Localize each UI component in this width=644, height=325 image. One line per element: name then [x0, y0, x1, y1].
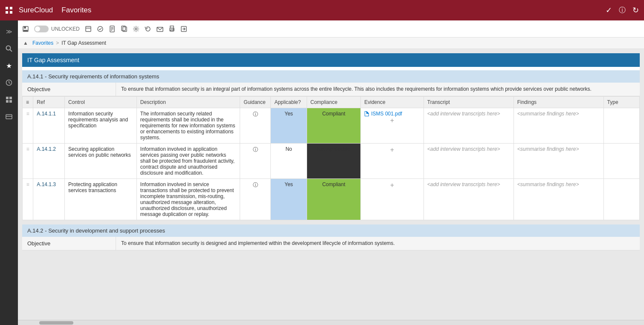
col-ref-header: Ref	[33, 97, 65, 108]
breadcrumb: ▲ Favorites > IT Gap Assessment	[18, 37, 644, 49]
objective-label: Objective	[22, 83, 116, 96]
svg-rect-15	[23, 30, 28, 32]
topbar-actions: ✓ ⓘ ↻	[606, 6, 639, 15]
transcript-cell-a14-1-1[interactable]: <add interview transcripts here>	[424, 108, 513, 144]
email-icon[interactable]	[157, 26, 163, 32]
section-a14-2-header: A.14.2 - Security in development and sup…	[22, 224, 640, 237]
compliance-cell-a14-1-3[interactable]: Compliant	[307, 179, 361, 220]
export-icon[interactable]	[180, 26, 187, 32]
svg-rect-0	[6, 7, 8, 9]
col-compliance-header: Compliance	[307, 97, 361, 108]
transcript-cell-a14-1-3[interactable]: <add interview transcripts here>	[424, 179, 513, 220]
findings-cell-a14-1-3[interactable]: <summarise findings here>	[513, 179, 603, 220]
controls-table-a14-1: ≡ Ref Control Description Guidance Appli…	[22, 96, 640, 220]
col-description-header: Description	[136, 97, 240, 108]
col-findings-header: Findings	[513, 97, 603, 108]
sidebar-item-grid[interactable]	[1, 92, 17, 107]
lock-label: UNLOCKED	[51, 26, 80, 32]
applicable-cell-a14-1-1[interactable]: Yes	[271, 108, 307, 144]
svg-point-25	[135, 28, 137, 30]
svg-rect-10	[9, 100, 12, 103]
breadcrumb-up-icon[interactable]: ▲	[23, 40, 28, 46]
refresh-icon[interactable]: ↻	[632, 6, 639, 15]
history-icon[interactable]	[145, 26, 151, 32]
lock-toggle[interactable]: UNLOCKED	[34, 26, 80, 32]
evidence-add-icon[interactable]: +	[364, 181, 420, 189]
objective-row-a14-2: Objective To ensure that information sec…	[22, 237, 640, 250]
info-icon[interactable]: ⓘ	[619, 6, 626, 15]
evidence-cell-a14-1-1: ISMS 001.pdf +	[361, 108, 424, 144]
findings-cell-a14-1-2[interactable]: <summarise findings here>	[513, 144, 603, 179]
col-guidance-header: Guidance	[240, 97, 271, 108]
toggle-switch[interactable]	[34, 26, 49, 32]
drag-handle[interactable]: ≡	[23, 179, 33, 220]
grid-icon[interactable]	[5, 6, 13, 14]
print-icon[interactable]	[168, 26, 175, 32]
svg-rect-29	[171, 30, 173, 31]
svg-point-30	[173, 29, 174, 29]
evidence-add-icon[interactable]: +	[364, 117, 420, 124]
control-cell-a14-1-3: Protecting application services transact…	[65, 179, 137, 220]
control-cell-a14-1-2: Securing application services on public …	[65, 144, 137, 179]
section-title: Favorites	[61, 6, 91, 14]
svg-rect-3	[10, 11, 12, 14]
breadcrumb-parent[interactable]: Favorites	[32, 40, 53, 46]
guidance-cell-a14-1-2[interactable]: ⓘ	[240, 144, 271, 179]
svg-point-4	[6, 46, 11, 50]
check-icon[interactable]: ✓	[606, 6, 612, 15]
window-icon[interactable]	[85, 26, 92, 32]
settings-icon[interactable]	[133, 26, 139, 32]
document-icon[interactable]	[109, 26, 116, 32]
toolbar: UNLOCKED	[18, 20, 644, 37]
objective-label-a14-2: Objective	[22, 237, 116, 250]
objective-row-a14-1: Objective To ensure that information sec…	[22, 83, 640, 96]
sidebar-item-search[interactable]	[1, 41, 17, 56]
section-a14-1-header: A.14.1 - Security requirements of inform…	[22, 70, 640, 83]
control-cell-a14-1-1: Information security requirements analys…	[65, 108, 137, 144]
evidence-add-icon[interactable]: +	[364, 146, 420, 154]
col-evidence-header: Evidence	[361, 97, 424, 108]
svg-rect-9	[6, 100, 9, 103]
findings-cell-a14-1-1[interactable]: <summarise findings here>	[513, 108, 603, 144]
document: IT Gap Assessment A.14.1 - Security requ…	[22, 53, 640, 250]
svg-rect-1	[10, 7, 12, 9]
ref-cell-a14-1-2: A.14.1.2	[33, 144, 65, 179]
description-cell-a14-1-1: The information security related require…	[136, 108, 240, 144]
type-cell-a14-1-3[interactable]	[603, 179, 639, 220]
sidebar-item-favorites[interactable]: ★	[1, 58, 17, 73]
sidebar-item-collapse[interactable]: ≫	[1, 24, 17, 39]
drag-col-header: ≡	[23, 97, 33, 108]
save-icon[interactable]	[22, 26, 29, 32]
type-cell-a14-1-1[interactable]	[603, 108, 639, 144]
objective-text-a14-2: To ensure that information security is d…	[116, 237, 640, 250]
applicable-cell-a14-1-3[interactable]: Yes	[271, 179, 307, 220]
table-row: ≡ A.14.1.2 Securing application services…	[23, 144, 640, 179]
sidebar: ≫ ★	[0, 20, 18, 325]
compliance-cell-a14-1-1[interactable]: Compliant	[307, 108, 361, 144]
drag-handle[interactable]: ≡	[23, 108, 33, 144]
type-cell-a14-1-2[interactable]	[603, 144, 639, 179]
guidance-cell-a14-1-3[interactable]: ⓘ	[240, 179, 271, 220]
drag-handle[interactable]: ≡	[23, 144, 33, 179]
scroll-thumb[interactable]	[39, 321, 73, 325]
ref-cell-a14-1-1: A.14.1.1	[33, 108, 65, 144]
ref-cell-a14-1-3: A.14.1.3	[33, 179, 65, 220]
guidance-cell-a14-1-1[interactable]: ⓘ	[240, 108, 271, 144]
sidebar-item-recent[interactable]	[1, 75, 17, 90]
horizontal-scrollbar[interactable]	[18, 320, 644, 325]
evidence-cell-a14-1-3: +	[361, 179, 424, 220]
check-circle-icon[interactable]	[97, 26, 104, 32]
evidence-file[interactable]: ISMS 001.pdf	[364, 111, 420, 117]
svg-rect-8	[9, 97, 12, 99]
svg-rect-11	[6, 115, 12, 119]
app-title: SureCloud	[19, 6, 53, 14]
evidence-cell-a14-1-2: +	[361, 144, 424, 179]
compliance-cell-a14-1-2[interactable]: Not Applicable	[307, 144, 361, 179]
copy-icon[interactable]	[121, 26, 128, 32]
document-title: IT Gap Assessment	[22, 53, 640, 67]
svg-rect-14	[24, 26, 26, 29]
applicable-cell-a14-1-2[interactable]: No	[271, 144, 307, 179]
transcript-cell-a14-1-2[interactable]: <add interview transcripts here>	[424, 144, 513, 179]
topbar: SureCloud Favorites ✓ ⓘ ↻	[0, 0, 644, 20]
sidebar-item-view[interactable]	[1, 109, 17, 124]
